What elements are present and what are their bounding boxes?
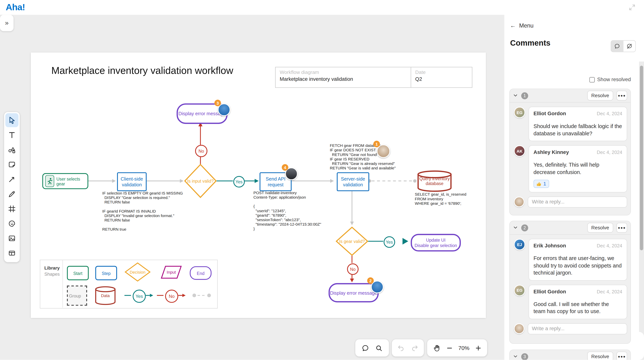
node-yes-2[interactable]: Yes xyxy=(384,236,395,248)
sticker-tool[interactable] xyxy=(6,217,19,231)
comment-thread-3: 3 Resolve ●●● xyxy=(509,350,631,360)
node-query-inventory-database-label[interactable]: Query inventory database xyxy=(418,176,451,186)
comment-badge-1[interactable]: 1 xyxy=(374,141,380,147)
expand-icon[interactable] xyxy=(628,4,636,11)
show-comments-toggle[interactable] xyxy=(611,41,623,52)
redo-icon[interactable] xyxy=(411,344,418,352)
node-user-selects-gear[interactable]: User selects gear xyxy=(42,173,88,189)
comment-author: Erik Johnson xyxy=(534,243,566,249)
select-tool[interactable] xyxy=(6,113,19,127)
table-tool[interactable] xyxy=(6,246,19,260)
node-no-2[interactable]: No xyxy=(347,263,358,275)
annotation-sql-query-code[interactable]: SELECT gear_id, is_reserved FROM invento… xyxy=(415,192,466,206)
reply-input[interactable] xyxy=(528,196,627,207)
thread-2-more-button[interactable]: ●●● xyxy=(616,223,627,233)
library-data-shape-top[interactable] xyxy=(96,287,115,292)
library-shape-group[interactable]: Group xyxy=(67,286,87,306)
comments-title: Comments xyxy=(510,38,550,47)
info-cell-date[interactable]: Date Q2 xyxy=(411,67,472,87)
library-shape-step[interactable]: Step xyxy=(95,266,117,280)
comment-row: EG Elliot Gordon Dec 4, 2024 Good call. … xyxy=(514,285,627,319)
info-label-date: Date xyxy=(415,69,468,75)
pen-tool[interactable] xyxy=(6,187,19,201)
zoom-level[interactable]: 70% xyxy=(458,345,470,351)
canvas-background[interactable]: Marketplace inventory validation workflo… xyxy=(0,15,504,360)
comment-author: Elliot Gordon xyxy=(534,289,566,295)
library-shape-start[interactable]: Start xyxy=(67,266,89,280)
app-header: Aha! xyxy=(0,0,644,15)
library-yes-arrowhead xyxy=(150,294,153,297)
comment-bubble[interactable]: Elliot Gordon Dec 4, 2024 Good call. I w… xyxy=(529,285,627,319)
comment-tool-icon[interactable] xyxy=(362,344,369,352)
node-no-1[interactable]: No xyxy=(195,145,208,157)
aha-logo[interactable]: Aha! xyxy=(6,2,25,13)
library-subtitle: Shapes xyxy=(44,272,62,276)
thread-3-resolve-button[interactable]: Resolve xyxy=(587,352,613,360)
info-cell-workflow[interactable]: Workflow diagram Marketplace inventory v… xyxy=(276,67,411,87)
library-dashed-connector[interactable] xyxy=(192,294,211,297)
bottom-toolbar-comment-search xyxy=(355,339,389,357)
chevron-down-icon[interactable] xyxy=(513,93,518,98)
annotation-client-validation-code[interactable]: IF selection IS EMPTY OR gearId IS MISSI… xyxy=(102,191,183,231)
comment-thread-1: 1 Resolve ●●● EG Elliot Gordon Dec 4, 20… xyxy=(509,89,631,215)
comments-off-icon xyxy=(626,43,632,49)
panel-scrollbar-thumb[interactable] xyxy=(640,66,643,250)
info-value-date: Q2 xyxy=(415,76,468,82)
menu-label: Menu xyxy=(519,22,534,29)
undo-icon[interactable] xyxy=(397,344,405,352)
library-shape-input-label[interactable]: Input xyxy=(161,270,181,274)
whiteboard[interactable]: Marketplace inventory validation workflo… xyxy=(31,52,486,318)
collapse-glyph: » xyxy=(5,19,9,27)
annotation-api-request-code[interactable]: POST /validate-inventory Content-Type: a… xyxy=(254,190,321,231)
comment-text: For errors that are user-facing, we shou… xyxy=(534,255,622,276)
bottom-toolbar-undo-redo xyxy=(392,339,424,357)
node-is-gear-valid-label[interactable]: Is gear valid? xyxy=(332,239,372,244)
library-shape-end[interactable]: End xyxy=(190,266,212,280)
comment-badge-4[interactable]: 4 xyxy=(282,164,288,171)
diagram-title[interactable]: Marketplace inventory validation workflo… xyxy=(52,65,233,76)
avatar: AK xyxy=(514,145,525,157)
node-server-side-validation[interactable]: Server-side validation xyxy=(337,172,369,191)
zoom-out-icon[interactable] xyxy=(446,345,453,351)
hide-comments-toggle[interactable] xyxy=(623,41,636,52)
library-shape-group-label: Group xyxy=(68,293,81,298)
chevron-down-icon[interactable] xyxy=(513,225,518,230)
thread-3-more-button[interactable]: ●●● xyxy=(616,352,627,360)
image-tool[interactable] xyxy=(6,231,19,245)
library-shape-decision-label[interactable]: Decision xyxy=(124,270,151,274)
library-shape-no[interactable]: No xyxy=(165,290,178,303)
show-resolved-checkbox[interactable] xyxy=(590,77,595,82)
shapes-tool[interactable] xyxy=(6,143,19,157)
thumbs-up-reaction[interactable]: 1 xyxy=(534,180,549,188)
text-tool[interactable] xyxy=(6,128,19,142)
connector-tool[interactable] xyxy=(6,172,19,186)
sticky-note-tool[interactable] xyxy=(6,158,19,172)
comment-badge-3[interactable]: 3 xyxy=(214,100,221,106)
thread-1-resolve-button[interactable]: Resolve xyxy=(587,91,613,101)
comment-bubble[interactable]: Ashley Kinney Dec 4, 2024 Yes, definitel… xyxy=(529,145,627,192)
frame-tool[interactable] xyxy=(6,202,19,216)
comment-bubble[interactable]: Erik Johnson Dec 4, 2024 For errors that… xyxy=(529,239,627,281)
node-client-side-validation[interactable]: Client-side validation xyxy=(117,172,147,191)
library-shape-yes[interactable]: Yes xyxy=(133,290,146,303)
back-arrow-icon: ← xyxy=(510,22,516,29)
zoom-in-icon[interactable] xyxy=(475,345,481,351)
search-icon[interactable] xyxy=(375,344,383,352)
comment-bubble[interactable]: Elliot Gordon Dec 4, 2024 Should we incl… xyxy=(529,107,627,141)
pan-hand-icon[interactable] xyxy=(433,344,441,352)
diagram-info-table[interactable]: Workflow diagram Marketplace inventory v… xyxy=(275,67,472,88)
menu-back-button[interactable]: ← Menu xyxy=(510,22,534,29)
thread-2-number: 2 xyxy=(521,224,528,231)
collapse-panel-button[interactable]: » xyxy=(0,15,14,31)
thread-2-resolve-button[interactable]: Resolve xyxy=(587,223,613,233)
node-is-input-valid-label[interactable]: Is input valid? xyxy=(180,179,221,183)
chevron-down-icon[interactable] xyxy=(513,354,518,359)
node-update-ui[interactable]: Update UI Disable gear selection xyxy=(411,234,461,251)
thread-1-more-button[interactable]: ●●● xyxy=(616,91,627,101)
info-label-workflow: Workflow diagram xyxy=(280,69,406,75)
node-yes-1[interactable]: Yes xyxy=(233,176,245,188)
comment-badge-2[interactable]: 2 xyxy=(367,277,374,284)
comment-thread-2: 2 Resolve ●●● EJ Erik Johnson Dec 4, 202… xyxy=(509,221,631,344)
reply-input[interactable] xyxy=(528,323,627,334)
library-shape-data-label[interactable]: Data xyxy=(95,293,115,298)
